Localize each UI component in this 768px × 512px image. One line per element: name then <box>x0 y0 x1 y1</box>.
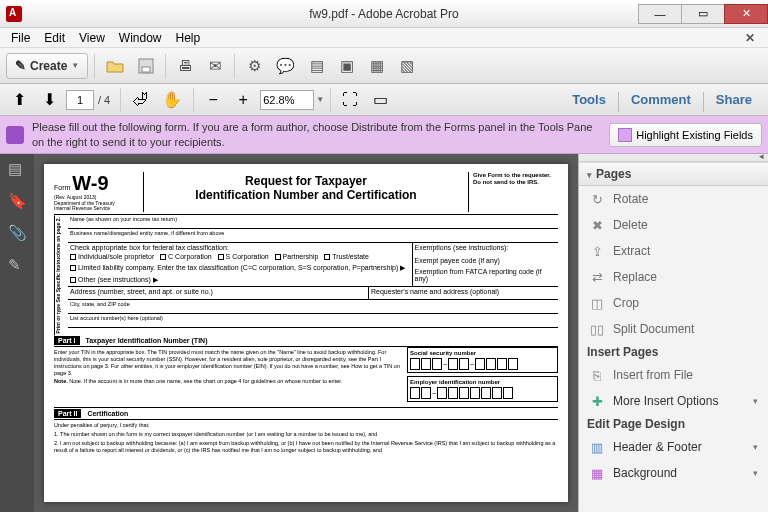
more-insert-label: More Insert Options <box>613 394 718 408</box>
header-footer-item[interactable]: ▥Header & Footer▾ <box>579 434 768 460</box>
rotate-icon: ↻ <box>589 191 605 207</box>
tool-button-4[interactable]: ▧ <box>394 53 420 79</box>
exempt-fatca: Exemption from FATCA reporting code (if … <box>415 268 556 282</box>
tool-button-2[interactable]: ▣ <box>334 53 360 79</box>
open-button[interactable] <box>101 53 129 79</box>
print-icon: 🖶 <box>178 57 193 74</box>
more-insert-item[interactable]: ✚More Insert Options▾ <box>579 388 768 414</box>
menu-edit[interactable]: Edit <box>37 31 72 45</box>
save-button[interactable] <box>133 53 159 79</box>
document-viewport[interactable]: Form W-9 (Rev. August 2013) Department o… <box>34 154 578 512</box>
field-classification: Check appropriate box for federal tax cl… <box>70 244 410 251</box>
select-tool[interactable]: ⮰ <box>127 87 153 113</box>
exempt-payee: Exempt payee code (if any) <box>415 257 556 264</box>
stamp-icon: ▣ <box>340 57 354 75</box>
signatures-tab[interactable]: ✎ <box>8 256 26 274</box>
menu-view[interactable]: View <box>72 31 112 45</box>
bookmarks-tab[interactable]: 🔖 <box>8 192 26 210</box>
note-label: Note. <box>54 378 68 384</box>
insert-file-icon: ⎘ <box>589 367 605 383</box>
share-panel-link[interactable]: Share <box>706 88 762 112</box>
delete-item[interactable]: ✖Delete <box>579 212 768 238</box>
form-title-1: Request for Taxpayer <box>152 174 460 188</box>
form-notice-bar: Please fill out the following form. If y… <box>0 116 768 154</box>
tool-button-3[interactable]: ▦ <box>364 53 390 79</box>
next-page-button[interactable]: ⬇ <box>36 87 62 113</box>
replace-item[interactable]: ⇄Replace <box>579 264 768 290</box>
tools-panel-link[interactable]: Tools <box>562 88 616 112</box>
form-title-2: Identification Number and Certification <box>152 188 460 202</box>
header-icon: ▥ <box>589 439 605 455</box>
tool-button-1[interactable]: ▤ <box>304 53 330 79</box>
pages-section[interactable]: Pages <box>579 162 768 186</box>
nav-toolbar: ⬆ ⬇ / 4 ⮰ ✋ − + ▼ ⛶ ▭ Tools Comment Shar… <box>0 84 768 116</box>
page-icon: ▤ <box>310 57 324 75</box>
background-item[interactable]: ▦Background▾ <box>579 460 768 486</box>
split-item[interactable]: ▯▯Split Document <box>579 316 768 342</box>
svg-rect-1 <box>142 67 150 72</box>
hand-tool[interactable]: ✋ <box>157 87 187 113</box>
maximize-button[interactable]: ▭ <box>681 4 725 24</box>
window-controls: — ▭ ✕ <box>639 4 768 24</box>
gear-icon: ⚙ <box>248 57 261 75</box>
menu-window[interactable]: Window <box>112 31 169 45</box>
chk-individual: Individual/sole proprietor <box>78 253 154 260</box>
chk-scorp: S Corporation <box>226 253 269 260</box>
titlebar: fw9.pdf - Adobe Acrobat Pro — ▭ ✕ <box>0 0 768 28</box>
highlight-fields-button[interactable]: Highlight Existing Fields <box>609 123 762 147</box>
zoom-select[interactable] <box>260 90 314 110</box>
insert-file-label: Insert from File <box>613 368 693 382</box>
insert-file-item[interactable]: ⎘Insert from File <box>579 362 768 388</box>
part1-note: Note. If the account is in more than one… <box>69 378 342 384</box>
pane-collapse[interactable] <box>579 154 768 162</box>
highlight-label: Highlight Existing Fields <box>636 129 753 141</box>
thumbnails-tab[interactable]: ▤ <box>8 160 26 178</box>
email-button[interactable]: ✉ <box>202 53 228 79</box>
field-requester: Requester's name and address (optional) <box>369 287 558 299</box>
main-toolbar: ✎ Create ▼ 🖶 ✉ ⚙ 💬 ▤ ▣ ▦ ▧ <box>0 48 768 84</box>
more-insert-icon: ✚ <box>589 393 605 409</box>
ein-label: Employer identification number <box>410 379 555 385</box>
menu-help[interactable]: Help <box>169 31 208 45</box>
comment-panel-link[interactable]: Comment <box>621 88 701 112</box>
minus-icon: − <box>209 91 218 109</box>
rotate-item[interactable]: ↻Rotate <box>579 186 768 212</box>
attachments-tab[interactable]: 📎 <box>8 224 26 242</box>
zoom-out-button[interactable]: − <box>200 87 226 113</box>
menu-file[interactable]: File <box>4 31 37 45</box>
fit-width-button[interactable]: ⛶ <box>337 87 363 113</box>
extract-item[interactable]: ⇪Extract <box>579 238 768 264</box>
settings-button[interactable]: ⚙ <box>241 53 267 79</box>
page-number-input[interactable] <box>66 90 94 110</box>
field-business: Business name/disregarded entity name, i… <box>68 229 558 243</box>
speech-icon: 💬 <box>276 57 295 75</box>
read-mode-button[interactable]: ▭ <box>367 87 393 113</box>
close-doc-button[interactable]: ✕ <box>738 31 762 45</box>
print-button[interactable]: 🖶 <box>172 53 198 79</box>
crop-item[interactable]: ◫Crop <box>579 290 768 316</box>
split-icon: ▯▯ <box>589 321 605 337</box>
tools-pane: Pages ↻Rotate ✖Delete ⇪Extract ⇄Replace … <box>578 154 768 512</box>
rotate-label: Rotate <box>613 192 648 206</box>
comment-tool-button[interactable]: 💬 <box>271 53 300 79</box>
part1-title: Taxpayer Identification Number (TIN) <box>85 337 207 344</box>
close-button[interactable]: ✕ <box>724 4 768 24</box>
part1-header: Part I <box>54 336 80 345</box>
extract-icon: ⇪ <box>589 243 605 259</box>
prev-page-button[interactable]: ⬆ <box>6 87 32 113</box>
form-notice-text: Please fill out the following form. If y… <box>32 120 601 149</box>
crop-label: Crop <box>613 296 639 310</box>
part2-title: Certification <box>87 410 128 417</box>
chevron-down-icon: ▾ <box>753 468 758 478</box>
replace-icon: ⇄ <box>589 269 605 285</box>
chk-partnership: Partnership <box>283 253 319 260</box>
form-give-to: Give Form to the requester. Do not send … <box>468 172 558 212</box>
zoom-in-button[interactable]: + <box>230 87 256 113</box>
arrow-up-icon: ⬆ <box>13 90 26 109</box>
minimize-button[interactable]: — <box>638 4 682 24</box>
create-button[interactable]: ✎ Create ▼ <box>6 53 88 79</box>
form-side-text: Print or type See Specific Instructions … <box>54 215 68 335</box>
ssn-label: Social security number <box>410 350 555 356</box>
highlight-icon <box>618 128 632 142</box>
form-number: W-9 <box>72 172 108 194</box>
